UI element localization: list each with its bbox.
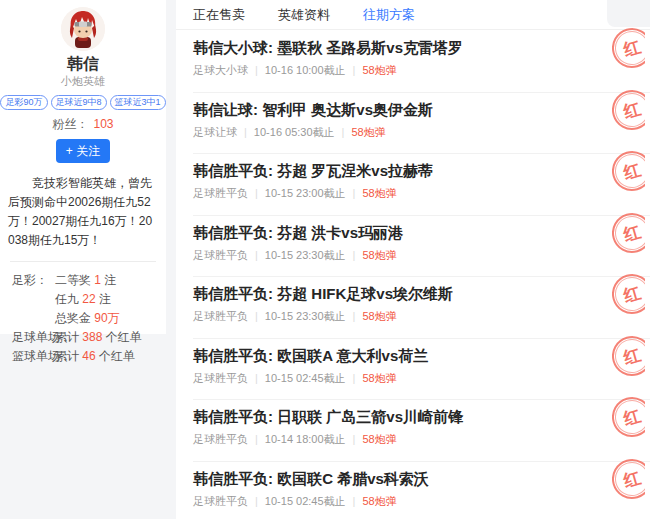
meta-separator: | [353, 433, 356, 445]
hero-tag: 篮球近3中1 [110, 95, 166, 110]
hong-stamp-icon: 红 [612, 394, 645, 441]
scheme-price: 58炮弹 [362, 249, 396, 261]
scheme-deadline: 10-15 02:45截止 [265, 372, 346, 384]
follow-button[interactable]: + 关注 [56, 139, 110, 163]
meta-separator: | [353, 64, 356, 76]
scheme-list-item[interactable]: 韩信胜平负: 芬超 HIFK足球vs埃尔维斯 足球胜平负|10-15 23:30… [176, 276, 650, 338]
meta-separator: | [255, 372, 258, 384]
scheme-category: 足球胜平负 [193, 433, 248, 445]
meta-separator: | [342, 126, 345, 138]
stat-value: 累计 388 个红单 [55, 328, 142, 347]
scheme-list-item[interactable]: 韩信胜平负: 日职联 广岛三箭vs川崎前锋 足球胜平负|10-14 18:00截… [176, 399, 650, 461]
tab-on-sale[interactable]: 正在售卖 [193, 7, 245, 22]
scheme-meta: 足球大小球|10-16 10:00截止|58炮弹 [193, 63, 600, 77]
scheme-price: 58炮弹 [362, 372, 396, 384]
stat-label: 篮球单场： [12, 347, 55, 366]
scheme-category: 足球胜平负 [193, 187, 248, 199]
scheme-deadline: 10-15 23:30截止 [265, 249, 346, 261]
divider [10, 261, 156, 262]
meta-separator: | [353, 249, 356, 261]
stat-label: 足彩： [12, 271, 55, 290]
scheme-title: 韩信大小球: 墨联秋 圣路易斯vs克雷塔罗 [193, 38, 600, 57]
meta-separator: | [244, 126, 247, 138]
stat-row: 足彩： 二等奖 1 注 [12, 271, 166, 290]
meta-separator: | [255, 433, 258, 445]
hong-stamp-icon: 红 [612, 87, 645, 134]
corner-panel [607, 0, 650, 27]
hero-tag: 足球近9中8 [51, 95, 107, 110]
stat-row: 任九 22 注 [12, 290, 166, 309]
meta-separator: | [353, 495, 356, 507]
scheme-title: 韩信胜平负: 欧国联A 意大利vs荷兰 [193, 346, 600, 365]
scheme-deadline: 10-14 18:00截止 [265, 433, 346, 445]
meta-separator: | [255, 310, 258, 322]
scheme-category: 足球大小球 [193, 64, 248, 76]
meta-separator: | [255, 187, 258, 199]
meta-separator: | [255, 249, 258, 261]
stat-label [12, 290, 55, 309]
scheme-title: 韩信让球: 智利甲 奥达斯vs奥伊金斯 [193, 100, 600, 119]
meta-separator: | [353, 372, 356, 384]
fans-count: 103 [93, 117, 113, 131]
hong-stamp-icon: 红 [612, 148, 645, 195]
scheme-title: 韩信胜平负: 欧国联C 希腊vs科索沃 [193, 469, 600, 488]
meta-separator: | [353, 187, 356, 199]
hero-description: 竞技彩智能英雄，曾先后预测命中20026期任九52万！20027期任九16万！2… [0, 174, 166, 250]
stat-row: 总奖金 90万 [12, 309, 166, 328]
scheme-list-item[interactable]: 韩信让球: 智利甲 奥达斯vs奥伊金斯 足球让球|10-16 05:30截止|5… [176, 92, 650, 154]
stat-label: 足球单场： [12, 328, 55, 347]
chibi-warrior-avatar-icon [61, 7, 105, 51]
scheme-price: 58炮弹 [362, 187, 396, 199]
tab-past-schemes[interactable]: 往期方案 [363, 7, 415, 22]
hero-stats: 足彩： 二等奖 1 注 任九 22 注 总奖金 90万 足球单场： 累计 388… [0, 271, 166, 366]
scheme-deadline: 10-15 23:30截止 [265, 310, 346, 322]
stat-value: 总奖金 90万 [55, 309, 120, 328]
scheme-price: 58炮弹 [362, 310, 396, 322]
scheme-category: 足球胜平负 [193, 495, 248, 507]
scheme-list-item[interactable]: 韩信胜平负: 芬超 洪卡vs玛丽港 足球胜平负|10-15 23:30截止|58… [176, 215, 650, 277]
hero-avatar[interactable] [61, 7, 105, 51]
scheme-panel: 正在售卖 英雄资料 往期方案 韩信大小球: 墨联秋 圣路易斯vs克雷塔罗 足球大… [176, 0, 650, 519]
hong-stamp-icon: 红 [612, 25, 645, 72]
hong-stamp-icon: 红 [612, 333, 645, 380]
scheme-meta: 足球胜平负|10-14 18:00截止|58炮弹 [193, 432, 600, 446]
stat-value: 二等奖 1 注 [55, 271, 116, 290]
stat-label [12, 309, 55, 328]
scheme-meta: 足球胜平负|10-15 02:45截止|58炮弹 [193, 371, 600, 385]
scheme-meta: 足球胜平负|10-15 23:30截止|58炮弹 [193, 248, 600, 262]
scheme-list-item[interactable]: 韩信胜平负: 欧国联C 希腊vs科索沃 足球胜平负|10-15 02:45截止|… [176, 461, 650, 519]
scheme-title: 韩信胜平负: 日职联 广岛三箭vs川崎前锋 [193, 407, 600, 426]
stat-row: 篮球单场： 累计 46 个红单 [12, 347, 166, 366]
hong-stamp-icon: 红 [612, 271, 645, 318]
scheme-category: 足球让球 [193, 126, 237, 138]
scheme-deadline: 10-16 05:30截止 [254, 126, 335, 138]
scheme-price: 58炮弹 [362, 495, 396, 507]
scheme-meta: 足球胜平负|10-15 23:30截止|58炮弹 [193, 309, 600, 323]
hero-subtitle: 小炮英雄 [0, 75, 166, 88]
scheme-list-item[interactable]: 韩信大小球: 墨联秋 圣路易斯vs克雷塔罗 足球大小球|10-16 10:00截… [176, 30, 650, 92]
stat-row: 足球单场： 累计 388 个红单 [12, 328, 166, 347]
fans-row: 粉丝：103 [0, 117, 166, 131]
scheme-title: 韩信胜平负: 芬超 罗瓦涅米vs拉赫蒂 [193, 161, 600, 180]
hero-profile-card: 韩信 小炮英雄 足彩90万 足球近9中8 篮球近3中1 粉丝：103 + 关注 … [0, 0, 166, 334]
scheme-price: 58炮弹 [362, 64, 396, 76]
meta-separator: | [255, 495, 258, 507]
stat-value: 任九 22 注 [55, 290, 111, 309]
scheme-category: 足球胜平负 [193, 372, 248, 384]
scheme-meta: 足球让球|10-16 05:30截止|58炮弹 [193, 125, 600, 139]
scheme-list-item[interactable]: 韩信胜平负: 欧国联A 意大利vs荷兰 足球胜平负|10-15 02:45截止|… [176, 338, 650, 400]
hero-name: 韩信 [0, 55, 166, 73]
scheme-category: 足球胜平负 [193, 249, 248, 261]
scheme-price: 58炮弹 [351, 126, 385, 138]
scheme-title: 韩信胜平负: 芬超 HIFK足球vs埃尔维斯 [193, 284, 600, 303]
tab-hero-info[interactable]: 英雄资料 [278, 7, 330, 22]
scheme-meta: 足球胜平负|10-15 23:00截止|58炮弹 [193, 186, 600, 200]
tab-bar: 正在售卖 英雄资料 往期方案 [176, 0, 650, 30]
scheme-price: 58炮弹 [362, 433, 396, 445]
scheme-list-item[interactable]: 韩信胜平负: 芬超 罗瓦涅米vs拉赫蒂 足球胜平负|10-15 23:00截止|… [176, 153, 650, 215]
scheme-title: 韩信胜平负: 芬超 洪卡vs玛丽港 [193, 223, 600, 242]
scheme-deadline: 10-15 02:45截止 [265, 495, 346, 507]
meta-separator: | [353, 310, 356, 322]
scheme-deadline: 10-15 23:00截止 [265, 187, 346, 199]
meta-separator: | [255, 64, 258, 76]
